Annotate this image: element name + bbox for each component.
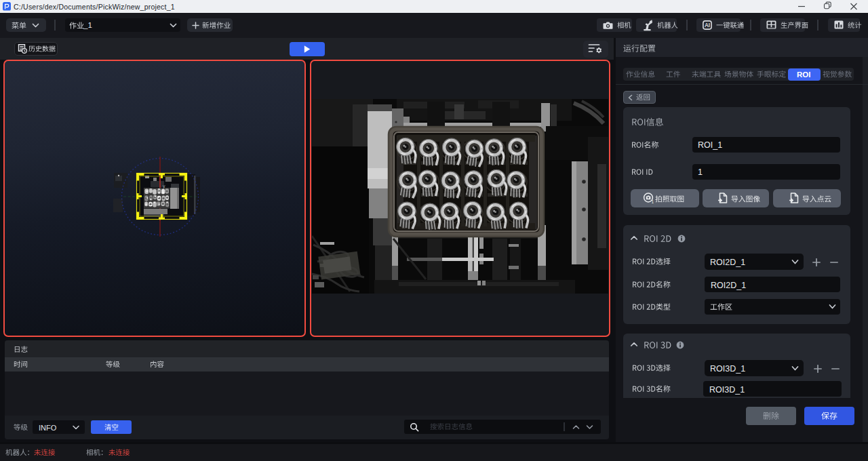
svg-text:y: y [163, 184, 165, 189]
svg-text:AI: AI [705, 22, 710, 28]
svg-text:1: 1 [652, 199, 654, 204]
